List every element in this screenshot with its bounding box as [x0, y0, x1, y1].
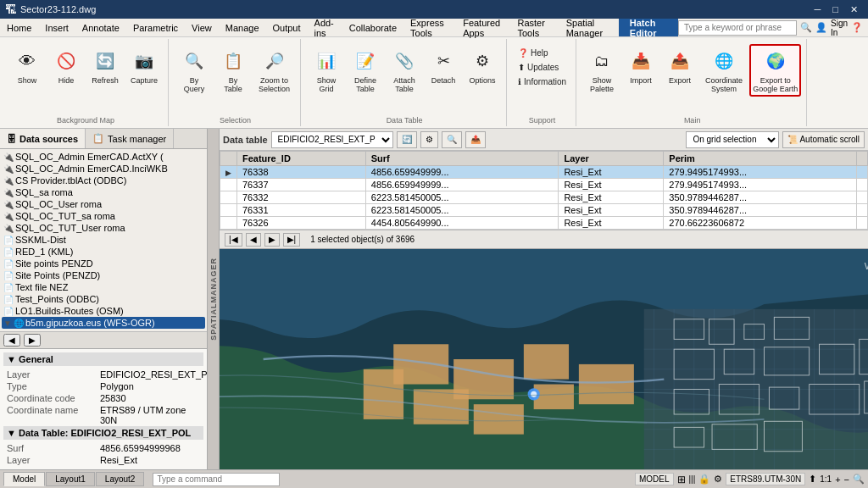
ribbon-updates-button[interactable]: ⬆ Updates [514, 60, 563, 75]
command-input[interactable] [153, 473, 280, 486]
ribbon-definetable-button[interactable]: 📝 DefineTable [347, 44, 384, 97]
table-row-2[interactable]: 76332 6223.581450005... Resi_Ext 350.978… [220, 191, 868, 204]
menu-parametric[interactable]: Parametric [126, 19, 185, 36]
close-button[interactable]: ✕ [845, 3, 863, 16]
ribbon-show-button[interactable]: 👁 Show [8, 44, 46, 88]
tree-item-2[interactable]: 🔌 CS Provider.tblAct (ODBC) [2, 175, 205, 186]
ribbon-options-button[interactable]: ⚙ Options [464, 44, 501, 88]
ribbon-refresh-button[interactable]: 🔄 Refresh [86, 44, 124, 88]
dt-refresh-btn[interactable]: 🔄 [397, 131, 417, 148]
ribbon-showgrid-button[interactable]: 📊 ShowGrid [308, 44, 345, 97]
nav-next-btn[interactable]: ▶ [264, 233, 280, 247]
tree-item-5[interactable]: 🔌 SQL_OC_TUT_sa roma [2, 210, 205, 222]
nav-prev-btn[interactable]: ◀ [246, 233, 261, 247]
table-row-1[interactable]: 76337 4856.659949999... Resi_Ext 279.949… [220, 179, 868, 191]
expand-right-btn[interactable]: ▶ [24, 334, 41, 347]
hide-label: Hide [58, 76, 75, 85]
tree-item-sskml[interactable]: 📄 SSKML-Dist [2, 234, 205, 246]
menu-manage[interactable]: Manage [219, 19, 266, 36]
ribbon-coordsys-button[interactable]: 🌐 CoordinateSystem [700, 44, 748, 97]
title-bar-controls[interactable]: ─ □ ✕ [810, 3, 863, 16]
tab-datasources[interactable]: 🗄 Data sources [0, 129, 86, 148]
tree-item-sitepoints[interactable]: 📄 Site points PENZD [2, 258, 205, 269]
menu-annotate[interactable]: Annotate [75, 19, 126, 36]
row-indicator-4 [220, 217, 237, 230]
th-featureid[interactable]: Feature_ID [237, 152, 366, 166]
db-icon-6: 🔌 [3, 224, 14, 233]
nav-last-btn[interactable]: ▶| [283, 233, 301, 247]
ribbon-detach-button[interactable]: ✂ Detach [425, 44, 462, 88]
data-table-select[interactable]: EDIFICIO2_RESI_EXT_P [271, 131, 393, 148]
th-surf[interactable]: Surf [365, 152, 559, 166]
ribbon-help-button[interactable]: ❓ Help [514, 46, 553, 60]
tree-item-lo1[interactable]: 📄 LO1.Builds-Routes (OSM) [2, 305, 205, 317]
bytable-icon: 📋 [220, 47, 247, 75]
dt-settings-btn[interactable]: ⚙ [420, 131, 438, 148]
data-table-wrapper[interactable]: Feature_ID Surf Layer Perim 76338 4856.6… [220, 151, 868, 230]
tree-item-1[interactable]: 🔌 SQL_OC_Admin EmerCAD.InciWKB [2, 163, 205, 175]
minimize-button[interactable]: ─ [810, 3, 826, 16]
table-row-4[interactable]: 76326 4454.805649990... Resi_Ext 270.662… [220, 217, 868, 230]
maximize-button[interactable]: □ [827, 3, 843, 16]
tree-item-0[interactable]: 🔌 SQL_OC_Admin EmerCAD.ActXY ( [2, 151, 205, 163]
th-layer[interactable]: Layer [559, 152, 664, 166]
dt-filter-btn[interactable]: 🔍 [442, 131, 462, 148]
tree-item-testpoints[interactable]: 📄 Test_Points (ODBC) [2, 293, 205, 305]
search-icon[interactable]: 🔍 [800, 22, 812, 33]
tree-item-3[interactable]: 🔌 SQL_sa roma [2, 186, 205, 198]
ribbon-information-button[interactable]: ℹ Information [514, 75, 570, 89]
ribbon-palette-button[interactable]: 🗂 ShowPalette [583, 44, 620, 97]
menu-featured[interactable]: Featured Apps [456, 19, 510, 36]
signin-label[interactable]: Sign In [831, 19, 848, 37]
menu-hatch-editor[interactable]: Hatch Editor [619, 19, 678, 36]
status-icon1[interactable]: 🔒 [698, 474, 710, 485]
search-input[interactable] [678, 20, 797, 36]
ribbon-attachtable-button[interactable]: 📎 AttachTable [386, 44, 423, 97]
tree-item-sitepoints2[interactable]: 📄 Site Points (PENZD) [2, 269, 205, 281]
expand-left-btn[interactable]: ◀ [3, 334, 20, 347]
ribbon-export-earth-button[interactable]: 🌍 Export toGoogle Earth [749, 44, 801, 97]
status-icon6[interactable]: 🔍 [853, 474, 865, 485]
tree-item-red1[interactable]: 📄 RED_1 (KML) [2, 246, 205, 258]
status-tab-layout2[interactable]: Layout2 [96, 472, 145, 486]
dt-export-btn[interactable]: 📤 [465, 131, 486, 148]
menu-raster[interactable]: Raster Tools [511, 19, 559, 36]
ribbon-import-button[interactable]: 📥 Import [622, 44, 659, 88]
menu-express[interactable]: Express Tools [403, 19, 456, 36]
table-row-0[interactable]: 76338 4856.659949999... Resi_Ext 279.949… [220, 166, 868, 179]
tree-item-6[interactable]: 🔌 SQL_OC_TUT_User roma [2, 222, 205, 234]
menu-collaborate[interactable]: Collaborate [342, 19, 403, 36]
menu-insert[interactable]: Insert [38, 19, 75, 36]
tab-taskmanager[interactable]: 📋 Task manager [86, 129, 174, 148]
tree-item-4[interactable]: 🔌 SQL_OC_User roma [2, 198, 205, 210]
menu-view[interactable]: View [185, 19, 219, 36]
tree-item-textnez[interactable]: 📄 Text file NEZ [2, 281, 205, 293]
ribbon-zoomsel-button[interactable]: 🔎 Zoom toSelection [253, 44, 295, 97]
status-icon2[interactable]: ⚙ [714, 474, 722, 485]
th-perim[interactable]: Perim [664, 152, 857, 166]
dt-autoscroll-btn[interactable]: 📜 Automatic scroll [782, 131, 865, 148]
status-icon4[interactable]: + [835, 474, 840, 485]
data-table: Feature_ID Surf Layer Perim 76338 4856.6… [220, 151, 868, 230]
ribbon-bytable-button[interactable]: 📋 ByTable [214, 44, 252, 97]
ribbon-hide-button[interactable]: 🚫 Hide [47, 44, 85, 88]
table-row-3[interactable]: 76331 6223.581450005... Resi_Ext 350.978… [220, 204, 868, 217]
status-icon5[interactable]: − [844, 474, 849, 485]
status-tab-model[interactable]: Model [3, 472, 45, 486]
tree-view[interactable]: 🔌 SQL_OC_Admin EmerCAD.ActXY ( 🔌 SQL_OC_… [0, 149, 207, 331]
tree-item-wfs[interactable]: ▼ 🌐 b5m.gipuzkoa.eus (WFS-OGR) [2, 317, 205, 329]
nav-first-btn[interactable]: |◀ [225, 233, 242, 247]
status-tab-layout1[interactable]: Layout1 [46, 472, 95, 486]
ribbon-capture-button[interactable]: 📷 Capture [125, 44, 163, 88]
prop-coordname: Coordinate name ETRS89 / UTM zone 30N [3, 404, 203, 426]
map-area[interactable]: WFS [220, 249, 868, 469]
help-icon[interactable]: ❓ [851, 22, 863, 33]
dt-grid-select[interactable]: On grid selection [686, 131, 779, 148]
status-icon3[interactable]: ⬆ [809, 474, 816, 485]
ribbon-byquery-button[interactable]: 🔍 ByQuery [175, 44, 213, 97]
menu-output[interactable]: Output [266, 19, 308, 36]
ribbon-export-button[interactable]: 📤 Export [661, 44, 698, 88]
menu-home[interactable]: Home [0, 19, 38, 36]
menu-spatial[interactable]: Spatial Manager [559, 19, 619, 36]
menu-addins[interactable]: Add-ins [308, 19, 342, 36]
